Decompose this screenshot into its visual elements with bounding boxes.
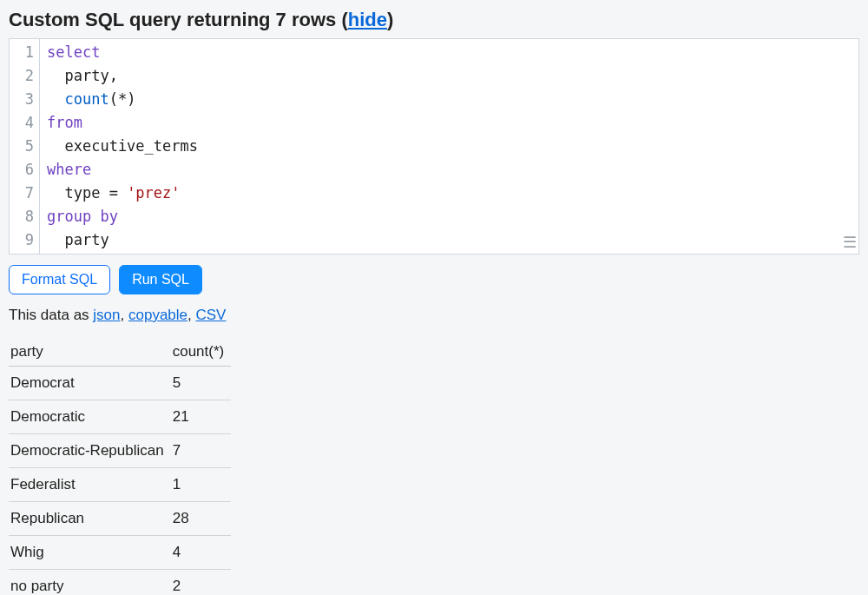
line-number: 3	[18, 88, 34, 111]
code-line[interactable]: party	[47, 228, 852, 252]
code-line[interactable]: executive_terms	[47, 135, 852, 158]
line-number-gutter: 123456789	[10, 39, 40, 254]
sql-code[interactable]: select party, count(*)from executive_ter…	[40, 39, 858, 254]
table-cell: Democrat	[9, 367, 171, 400]
table-cell: no party	[9, 570, 171, 596]
table-row: Republican28	[9, 502, 231, 536]
table-cell: 5	[171, 367, 232, 400]
table-cell: 7	[171, 434, 232, 468]
table-cell: Republican	[9, 502, 171, 536]
code-line[interactable]: count(*)	[47, 88, 852, 111]
table-row: no party2	[9, 570, 231, 596]
export-link-csv[interactable]: CSV	[195, 307, 226, 323]
table-cell: 4	[171, 536, 232, 570]
heading-suffix: )	[387, 9, 393, 30]
table-row: Democratic21	[9, 400, 231, 434]
line-number: 1	[18, 41, 34, 64]
run-sql-button[interactable]: Run SQL	[119, 265, 202, 294]
table-cell: Democratic-Republican	[9, 434, 171, 468]
code-line[interactable]: party,	[47, 64, 852, 88]
export-prefix: This data as	[9, 307, 93, 323]
heading-prefix: Custom SQL query returning 7 rows (	[9, 9, 348, 30]
line-number: 6	[18, 158, 34, 182]
table-cell: 28	[171, 502, 232, 536]
table-cell: Federalist	[9, 468, 171, 502]
code-line[interactable]: where	[47, 158, 852, 182]
line-number: 5	[18, 135, 34, 158]
table-cell: 21	[171, 400, 232, 434]
table-row: Federalist1	[9, 468, 231, 502]
line-number: 9	[18, 228, 34, 252]
button-row: Format SQL Run SQL	[9, 265, 859, 294]
column-header: party	[9, 338, 171, 367]
line-number: 4	[18, 111, 34, 135]
code-line[interactable]: group by	[47, 205, 852, 228]
column-header: count(*)	[171, 338, 232, 367]
export-line: This data as json, copyable, CSV	[9, 307, 859, 324]
table-cell: 1	[171, 468, 232, 502]
export-link-copyable[interactable]: copyable	[128, 307, 187, 323]
format-sql-button[interactable]: Format SQL	[9, 265, 110, 294]
line-number: 2	[18, 64, 34, 88]
line-number: 8	[18, 205, 34, 228]
export-link-json[interactable]: json	[93, 307, 120, 323]
code-line[interactable]: select	[47, 41, 852, 64]
sql-editor[interactable]: 123456789 select party, count(*)from exe…	[9, 38, 859, 255]
line-number: 7	[18, 182, 34, 205]
table-row: Whig4	[9, 536, 231, 570]
table-cell: 2	[171, 570, 232, 596]
code-line[interactable]: from	[47, 111, 852, 135]
table-row: Democrat5	[9, 367, 231, 400]
resize-handle-icon[interactable]: ☰	[843, 233, 857, 252]
code-line[interactable]: type = 'prez'	[47, 182, 852, 205]
table-cell: Whig	[9, 536, 171, 570]
table-row: Democratic-Republican7	[9, 434, 231, 468]
hide-link[interactable]: hide	[348, 9, 387, 30]
page-title: Custom SQL query returning 7 rows (hide)	[9, 9, 859, 31]
table-cell: Democratic	[9, 400, 171, 434]
results-table: partycount(*) Democrat5Democratic21Democ…	[9, 338, 231, 595]
